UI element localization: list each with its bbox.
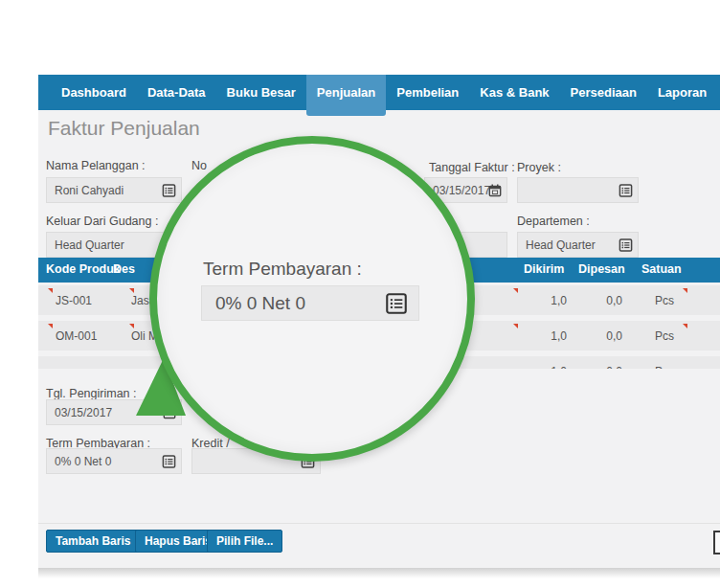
cell-dipesan[interactable]: 0,0 [565, 365, 622, 369]
nav-item-penjualan[interactable]: Penjualan [306, 75, 386, 116]
cell-kode[interactable]: JS-001 [56, 294, 92, 307]
magnified-payment-term-field: 0% 0 Net 0 [201, 285, 419, 321]
cell-dipesan[interactable]: 0,0 [565, 294, 622, 307]
warehouse-label: Keluar Dari Gudang : [46, 215, 158, 228]
customer-label: Nama Pelanggan : [46, 159, 146, 172]
nav-item-buku-besar[interactable]: Buku Besar [216, 75, 306, 110]
list-picker-icon[interactable] [162, 454, 176, 468]
dirty-cell-marker [129, 324, 134, 328]
cell-satuan[interactable]: Pcs [655, 294, 674, 307]
delivery-date-value: 03/15/2017 [55, 406, 112, 419]
payment-term-field[interactable]: 0% 0 Net 0 [46, 448, 182, 474]
list-picker-icon[interactable] [162, 183, 176, 197]
project-field[interactable] [517, 177, 639, 203]
app-window: Dashboard Data-Data Buku Besar Penjualan… [38, 75, 720, 568]
list-picker-icon[interactable] [619, 237, 633, 252]
department-label: Departemen : [517, 215, 590, 228]
nav-item-dashboard[interactable]: Dashboard [51, 75, 137, 110]
col-deskripsi: Des [113, 262, 135, 276]
cell-kode[interactable]: OM-001 [56, 329, 97, 343]
nav-item-laporan[interactable]: Laporan [647, 75, 717, 110]
cell-dikirim[interactable]: 1,0 [509, 294, 567, 307]
cell-satuan[interactable]: Pcs [655, 329, 674, 343]
col-satuan: Satuan [641, 262, 682, 276]
department-value: Head Quarter [526, 238, 596, 252]
partial-icon [713, 531, 720, 554]
department-field[interactable]: Head Quarter [517, 232, 639, 258]
nav-item-pembelian[interactable]: Pembelian [386, 75, 469, 110]
pick-file-button[interactable]: Pilih File... [207, 530, 282, 553]
window-bottom-shadow [38, 568, 720, 578]
cell-dikirim[interactable]: 1,0 [509, 329, 567, 343]
top-nav: Dashboard Data-Data Buku Besar Penjualan… [38, 75, 720, 110]
invoice-date-value: 03/15/2017 [433, 184, 490, 197]
calendar-icon[interactable] [488, 184, 502, 197]
cell-satuan[interactable]: Pcs [655, 365, 674, 369]
list-picker-icon [385, 292, 408, 315]
invoice-no-label: No [191, 159, 207, 172]
col-dikirim: Dikirim [524, 262, 564, 276]
col-dipesan: Dipesan [578, 262, 625, 276]
payment-term-value: 0% 0 Net 0 [55, 455, 111, 468]
magnified-payment-term-value: 0% 0 Net 0 [215, 293, 305, 314]
dirty-cell-marker [48, 324, 53, 328]
delivery-date-label: Tgl. Pengiriman : [46, 387, 136, 400]
dirty-cell-marker [513, 324, 518, 328]
nav-item-persediaan[interactable]: Persediaan [560, 75, 647, 110]
dirty-cell-marker [513, 288, 518, 293]
col-kode-produk: Kode Produk [46, 262, 121, 276]
add-row-button[interactable]: Tambah Baris [46, 530, 140, 553]
dirty-cell-marker [683, 288, 687, 293]
magnifier-circle: Term Pembayaran : 0% 0 Net 0 [149, 136, 475, 462]
customer-field[interactable]: Roni Cahyadi [46, 177, 182, 203]
cell-dipesan[interactable]: 0,0 [565, 329, 622, 343]
dirty-cell-marker [683, 324, 687, 328]
page-title: Faktur Penjualan [48, 117, 200, 140]
cell-dikirim[interactable]: 1,0 [509, 365, 567, 369]
dirty-cell-marker [48, 288, 53, 293]
invoice-date-label: Tanggal Faktur : [429, 161, 515, 174]
dirty-cell-marker [129, 288, 134, 293]
customer-value: Roni Cahyadi [55, 184, 124, 197]
footer-divider [38, 523, 720, 524]
nav-item-kas-bank[interactable]: Kas & Bank [469, 75, 559, 110]
project-label: Proyek : [517, 161, 561, 174]
list-picker-icon[interactable] [619, 183, 633, 197]
warehouse-value: Head Quarter [55, 238, 124, 252]
magnified-payment-term-label: Term Pembayaran : [203, 259, 362, 280]
nav-item-data-data[interactable]: Data-Data [137, 75, 216, 110]
